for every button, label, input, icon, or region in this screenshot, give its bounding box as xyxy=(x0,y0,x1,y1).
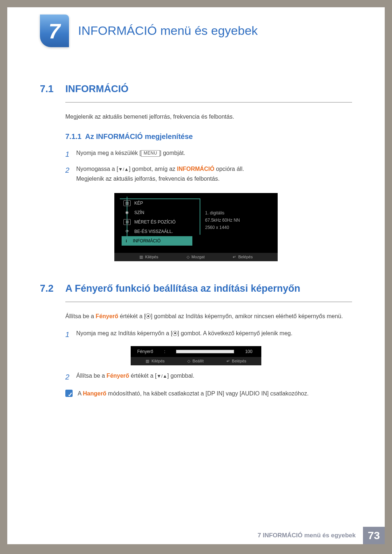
highlight-hangero: Hangerő xyxy=(83,390,106,397)
separator: : xyxy=(164,349,165,354)
text: ] gombbal az Indítás képernyőn, amikor n… xyxy=(151,313,343,319)
text: ] gombot. A következő képernyő jelenik m… xyxy=(177,330,293,336)
divider xyxy=(65,301,352,302)
section-number: 7.1 xyxy=(40,83,65,95)
brightness-value: 100 xyxy=(245,349,252,354)
subsection-title: Az INFORMÁCIÓ megjelenítése xyxy=(85,132,193,141)
text: opcióra áll. xyxy=(215,166,244,172)
text: Nyomogassa a [ xyxy=(76,166,118,172)
brightness-footer: ▥Kilépés ◇Beállít ↵Belépés xyxy=(131,357,261,365)
osd-menu-screenshot: ▥KÉP ◉SZÍN ⊞MÉRET ÉS POZÍCIÓ ⟳BE-ÉS VISS… xyxy=(114,193,278,261)
exit-hint: ▥Kilépés xyxy=(146,359,164,364)
note-text: A Hangerő módosítható, ha kábelt csatlak… xyxy=(78,389,309,398)
section-title: A Fényerő funkció beállítása az indítási… xyxy=(65,283,300,294)
section-7-1-intro: Megjelenik az aktuális bemeneti jelforrá… xyxy=(65,112,348,122)
osd-item-reset: ⟳BE-ÉS VISSZAÁLL. xyxy=(122,227,205,236)
move-icon: ◇ xyxy=(187,255,189,259)
section-7-2-intro: Állítsa be a Fényerő értékét a [] gombba… xyxy=(65,311,348,321)
text: Nyomja meg az Indítás képernyőn a [ xyxy=(76,330,172,336)
footer-chapter-text: 7 INFORMÁCIÓ menü és egyebek xyxy=(258,532,356,539)
text: értékét a [ xyxy=(129,373,157,379)
highlight-fenyero: Fényerő xyxy=(107,373,129,379)
subsection-7-1-1-heading: 7.1.1 Az INFORMÁCIÓ megjelenítése xyxy=(65,132,385,141)
osd-item-informacio-selected: iINFORMÁCIÓ xyxy=(122,236,192,246)
picture-icon: ▥ xyxy=(123,200,131,206)
jog-button-icon xyxy=(146,313,151,319)
chapter-title: INFORMÁCIÓ menü és egyebek xyxy=(78,24,258,38)
down-up-arrow-icon: ▼/▲ xyxy=(156,373,167,378)
step-number: 2 xyxy=(65,164,76,176)
exit-icon: ▥ xyxy=(146,359,149,364)
down-up-arrow-icon: ▼/▲ xyxy=(118,167,129,172)
jog-button-icon xyxy=(172,331,177,336)
osd-label: SZÍN xyxy=(134,210,144,215)
osd-exit-hint: ▥Kilépés xyxy=(139,255,158,259)
step-text: Állítsa be a Fényerő értékét a [▼/▲] gom… xyxy=(76,371,348,381)
adjust-icon: ◇ xyxy=(187,359,190,364)
step-2-sec2: 2 Állítsa be a Fényerő értékét a [▼/▲] g… xyxy=(65,371,348,383)
section-title: INFORMÁCIÓ xyxy=(65,83,128,95)
highlight-fenyero: Fényerő xyxy=(96,313,118,319)
step-text: Nyomja meg a készülék [MENU] gombját. xyxy=(76,148,348,158)
osd-item-szin: ◉SZÍN xyxy=(122,208,205,217)
enter-icon: ↵ xyxy=(233,255,236,259)
step-number: 1 xyxy=(65,148,76,160)
adjust-hint: ◇Beállít xyxy=(187,359,204,364)
divider xyxy=(65,102,352,103)
osd-menu-list: ▥KÉP ◉SZÍN ⊞MÉRET ÉS POZÍCIÓ ⟳BE-ÉS VISS… xyxy=(122,198,205,246)
osd-info-line: 2560 x 1440 xyxy=(205,224,267,231)
osd-info-line: 1. digitális xyxy=(205,209,267,217)
osd-info-panel: 1. digitális 67.5kHz 60Hz NN 2560 x 1440 xyxy=(205,198,270,246)
osd-move-hint: ◇Mozgat xyxy=(187,255,205,259)
step-1-sec2: 1 Nyomja meg az Indítás képernyőn a [] g… xyxy=(65,328,348,341)
osd-label: KÉP xyxy=(134,201,143,206)
text: ] gombját. xyxy=(160,150,185,156)
step-text: Nyomogassa a [▼/▲] gombot, amíg az INFOR… xyxy=(76,164,348,184)
exit-icon: ▥ xyxy=(139,255,143,259)
osd-item-meret: ⊞MÉRET ÉS POZÍCIÓ xyxy=(122,217,205,227)
text: értékét a [ xyxy=(118,313,146,319)
osd-info-line: 67.5kHz 60Hz NN xyxy=(205,217,267,224)
note-icon xyxy=(65,390,73,397)
text: Beállít xyxy=(192,359,204,363)
osd-label: MÉRET ÉS POZÍCIÓ xyxy=(134,219,176,225)
section-7-1-heading: 7.1 INFORMÁCIÓ xyxy=(40,83,385,95)
osd-label: BE-ÉS VISSZAÁLL. xyxy=(134,229,173,234)
text: Megjelenik az aktuális jelforrás, frekve… xyxy=(76,176,220,182)
step-1: 1 Nyomja meg a készülék [MENU] gombját. xyxy=(65,148,348,160)
menu-button-label: MENU xyxy=(141,150,160,157)
text: ] gombot, amíg az xyxy=(129,166,177,172)
osd-label: INFORMÁCIÓ xyxy=(133,238,161,243)
subsection-number: 7.1.1 xyxy=(65,132,81,141)
chapter-number-tab: 7 xyxy=(40,15,69,47)
text: Kilépés xyxy=(151,359,164,363)
enter-icon: ↵ xyxy=(226,359,230,364)
osd-enter-hint: ↵Belépés xyxy=(233,255,253,259)
brightness-osd-screenshot: Fényerő : 100 ▥Kilépés ◇Beállít ↵Belépés xyxy=(131,346,261,365)
brightness-label: Fényerő xyxy=(137,349,153,354)
text: ] gombbal. xyxy=(167,373,195,379)
document-page: 7 INFORMÁCIÓ menü és egyebek 7.1 INFORMÁ… xyxy=(7,7,385,544)
text: Mozgat xyxy=(192,255,205,259)
text: módosítható, ha kábelt csatlakoztat a [D… xyxy=(106,390,309,397)
chapter-header: 7 INFORMÁCIÓ menü és egyebek xyxy=(7,7,385,62)
step-number: 2 xyxy=(65,371,76,383)
text: Kilépés xyxy=(145,255,158,259)
note: A Hangerő módosítható, ha kábelt csatlak… xyxy=(65,389,348,398)
reset-icon: ⟳ xyxy=(123,229,131,234)
brightness-slider xyxy=(176,350,234,353)
section-7-2-heading: 7.2 A Fényerő funkció beállítása az indí… xyxy=(40,283,385,294)
step-2: 2 Nyomogassa a [▼/▲] gombot, amíg az INF… xyxy=(65,164,348,184)
section-number: 7.2 xyxy=(40,283,65,294)
text: Belépés xyxy=(238,255,253,259)
text: A xyxy=(78,390,83,397)
text: Állítsa be a xyxy=(76,373,107,379)
text: Állítsa be a xyxy=(65,313,96,319)
step-text: Nyomja meg az Indítás képernyőn a [] gom… xyxy=(76,328,348,338)
color-icon: ◉ xyxy=(123,210,131,216)
text: Nyomja meg a készülék [ xyxy=(76,150,141,156)
page-footer: 7 INFORMÁCIÓ menü és egyebek 73 xyxy=(258,527,385,544)
size-icon: ⊞ xyxy=(123,219,131,225)
highlight-informacio: INFORMÁCIÓ xyxy=(177,166,214,172)
osd-footer: ▥Kilépés ◇Mozgat ↵Belépés xyxy=(114,253,278,261)
